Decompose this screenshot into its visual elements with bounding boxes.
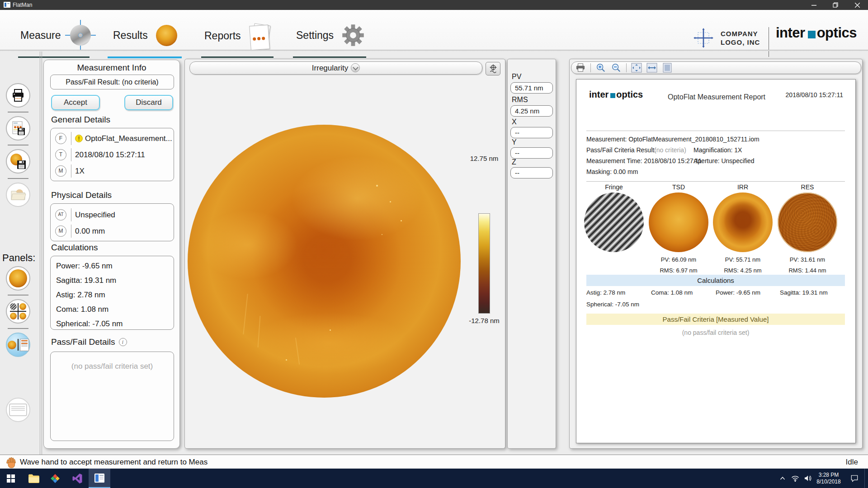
fringe-label: Fringe [582, 183, 646, 191]
report-page: interoptics OptoFlat Measurement Report … [576, 79, 856, 443]
time-value: 2018/08/10 15:27:11 [75, 150, 145, 160]
res-image [778, 192, 837, 252]
warning-icon: ! [75, 135, 83, 142]
scale-max-label: 12.75 nm [462, 155, 507, 162]
report-aperture: Aperture: Unspecified [693, 157, 755, 164]
chevron-up-icon [780, 476, 785, 480]
close-button[interactable] [848, 0, 866, 10]
x-label: X [512, 118, 517, 126]
panel-report-view-button[interactable] [6, 333, 30, 357]
report-masking: Masking: 0.00 mm [586, 168, 638, 175]
speaker-icon [804, 475, 812, 482]
diamond-icon [50, 473, 61, 484]
pass-fail-details-heading: Pass/Fail Details i [51, 337, 127, 347]
surface-map-disc[interactable] [188, 125, 461, 398]
minimize-button[interactable] [805, 0, 823, 10]
maximize-button[interactable] [826, 0, 844, 10]
physical-row-aperture: AT Unspecified [51, 209, 174, 221]
report-preview-panel: interoptics OptoFlat Measurement Report … [569, 59, 863, 449]
aperture-badge: AT [55, 209, 66, 221]
irr-rms: RMS: 4.25 nm [711, 267, 775, 274]
discard-button[interactable]: Discard [124, 95, 173, 110]
irr-image [713, 192, 773, 252]
file-explorer-button[interactable] [23, 469, 45, 488]
magnification-value: 1X [75, 167, 85, 176]
clock-tray-button[interactable]: 3:28 PM 8/10/2018 [814, 469, 844, 488]
accept-button[interactable]: Accept [51, 95, 100, 110]
save-report-button[interactable] [6, 116, 30, 141]
general-row-magnification: M 1X [51, 165, 174, 177]
measure-disc-icon [69, 23, 92, 47]
masking-badge: M [55, 225, 66, 237]
measurement-info-title: Measurement Info [44, 63, 179, 73]
show-desktop-divider[interactable] [864, 469, 865, 488]
start-button[interactable] [0, 469, 22, 488]
open-folder-icon [10, 188, 26, 202]
notes-button[interactable] [6, 398, 30, 422]
tab-measure[interactable]: Measure [20, 23, 92, 47]
flatman-taskbar-button[interactable] [89, 469, 110, 488]
report-calc-coma: Coma: 1.08 nm [651, 289, 693, 296]
calculations-card: Power: -9.65 nm Sagitta: 19.31 nm Astig:… [50, 256, 174, 330]
pass-fail-result-box: Pass/Fail Result: (no criteria) [50, 75, 174, 89]
actual-size-button[interactable] [662, 63, 673, 73]
zoom-out-button[interactable] [611, 63, 622, 73]
wifi-icon [791, 475, 799, 482]
open-measurement-button[interactable] [6, 183, 30, 207]
folder-icon [28, 474, 40, 483]
panel-single-view-button[interactable] [6, 266, 30, 291]
tsd-rms: RMS: 6.97 nm [646, 267, 711, 274]
panel-quad-view-button[interactable] [6, 299, 30, 324]
tsd-pv: PV: 66.09 nm [646, 256, 711, 263]
viewer-mode-label: Irregularity [312, 64, 348, 72]
reports-doc-icon [249, 23, 270, 48]
physical-row-masking: M 0.00 mm [51, 225, 174, 237]
info-icon[interactable]: i [119, 338, 127, 346]
quad-view-icon [10, 303, 26, 319]
file-badge: F [55, 133, 66, 144]
save-measurement-button[interactable] [6, 149, 30, 174]
fit-page-button[interactable] [631, 63, 642, 73]
company-logo-line1: COMPANY [721, 29, 760, 38]
report-toolbar [571, 61, 861, 74]
report-calc-sagitta: Sagitta: 19.31 nm [780, 289, 828, 296]
nav-bottom-divider [0, 50, 868, 51]
action-center-button[interactable] [846, 469, 863, 488]
tab-reports-underline [201, 56, 274, 58]
tab-settings[interactable]: Settings [296, 23, 364, 47]
app-icon [4, 2, 10, 8]
wifi-tray-button[interactable] [789, 469, 801, 488]
print-button[interactable] [6, 83, 30, 108]
company-logo: COMPANY LOGO, INC [693, 27, 760, 49]
visual-studio-button[interactable] [66, 469, 88, 488]
zoom-in-button[interactable] [595, 63, 606, 73]
fit-width-button[interactable] [646, 63, 657, 73]
tab-results-underline [108, 56, 182, 58]
stats-panel: PV 55.71 nm RMS 4.25 nm X -- Y -- Z -- [507, 59, 556, 449]
report-passfail-label: Pass/Fail Criteria Result: [586, 146, 656, 154]
general-row-file: F !OptoFlat_Measurement... [51, 133, 174, 144]
results-disc-icon [156, 25, 177, 46]
tab-reports[interactable]: Reports [204, 23, 270, 48]
calc-spherical: Spherical: -7.05 nm [56, 317, 174, 331]
restore-icon [833, 2, 838, 8]
report-image-irr: IRR PV: 55.71 nm RMS: 4.25 nm [711, 183, 775, 274]
viewer-mode-dropdown[interactable]: Irregularity [189, 61, 482, 75]
panels-label: Panels: [2, 252, 35, 264]
tray-expand-button[interactable] [777, 469, 788, 488]
close-icon [855, 3, 860, 8]
time-badge: T [55, 149, 66, 160]
photos-app-button[interactable] [44, 469, 66, 488]
settings-gear-icon [342, 24, 364, 47]
y-label: Y [512, 138, 517, 146]
report-print-button[interactable] [575, 63, 586, 73]
status-bar: Wave hand to accept measurement and retu… [0, 455, 868, 469]
tab-results[interactable]: Results [113, 23, 177, 47]
general-row-time: T 2018/08/10 15:27:11 [51, 149, 174, 160]
res-rms: RMS: 1.44 nm [775, 267, 840, 274]
res-label: RES [775, 183, 840, 191]
report-image-res: RES PV: 31.61 nm RMS: 1.44 nm [775, 183, 840, 274]
alignment-target-button[interactable] [486, 62, 500, 75]
volume-tray-button[interactable] [802, 469, 814, 488]
pass-fail-details-card: (no pass/fail criteria set) [50, 352, 174, 441]
